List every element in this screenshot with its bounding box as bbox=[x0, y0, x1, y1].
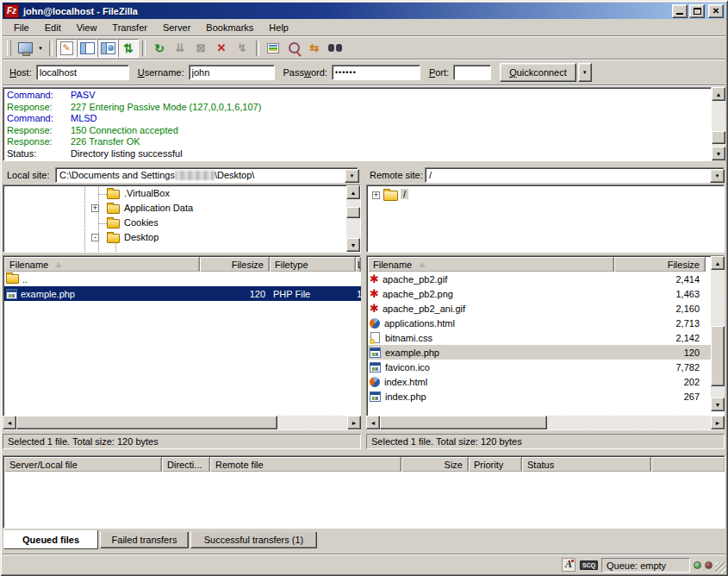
maximize-button[interactable] bbox=[689, 4, 705, 18]
process-queue-button[interactable]: ⇊ bbox=[170, 39, 190, 58]
remote-row[interactable]: favicon.ico7,782 bbox=[368, 360, 711, 374]
local-column-lastmodified[interactable]: L bbox=[356, 257, 361, 272]
port-input[interactable] bbox=[453, 65, 491, 80]
tree-item-root[interactable]: / bbox=[401, 189, 408, 199]
remote-vscroll-thumb[interactable] bbox=[711, 326, 725, 386]
resize-grip[interactable] bbox=[715, 562, 726, 573]
remote-row[interactable]: index.php267 bbox=[368, 389, 711, 404]
remote-row[interactable]: ✱apache_pb2.gif2,414 bbox=[368, 272, 711, 286]
toolbar-grip[interactable] bbox=[7, 41, 11, 56]
remote-vscroll-up[interactable]: ▲ bbox=[711, 256, 725, 270]
remote-site-combo-dropdown[interactable]: ▼ bbox=[710, 169, 725, 183]
menu-bookmarks[interactable]: Bookmarks bbox=[198, 21, 261, 34]
remote-vscroll-down[interactable]: ▼ bbox=[711, 398, 725, 411]
remote-row[interactable]: ✱apache_pb2.png1,463 bbox=[368, 286, 711, 301]
queue-column-size[interactable]: Size bbox=[401, 457, 469, 472]
local-tree-scroll-track[interactable] bbox=[346, 199, 360, 238]
queue-column-direction[interactable]: Directi... bbox=[162, 457, 210, 472]
toggle-local-tree-button[interactable] bbox=[77, 39, 97, 58]
data-type-indicator-icon[interactable]: A bbox=[562, 558, 576, 572]
collapse-minus-icon[interactable]: - bbox=[91, 234, 99, 241]
queue-column-filler bbox=[651, 457, 725, 472]
quickconnect-dropdown[interactable]: ▼ bbox=[578, 63, 592, 82]
expand-plus-icon[interactable]: + bbox=[372, 191, 380, 199]
local-site-combo-dropdown[interactable]: ▼ bbox=[345, 169, 359, 183]
local-tree-scroll-down[interactable]: ▼ bbox=[346, 238, 360, 252]
tab-successful-transfers[interactable]: Successful transfers (1) bbox=[190, 532, 317, 548]
filter-button[interactable] bbox=[263, 39, 283, 58]
menu-help[interactable]: Help bbox=[261, 21, 296, 34]
remote-hscroll-track[interactable] bbox=[547, 416, 711, 429]
toggle-remote-tree-button[interactable] bbox=[97, 39, 118, 58]
local-tree-scroll-up[interactable]: ▲ bbox=[346, 185, 360, 199]
expand-plus-icon[interactable]: + bbox=[91, 204, 99, 212]
site-manager-button[interactable] bbox=[15, 39, 35, 58]
queue-column-remote-file[interactable]: Remote file bbox=[210, 457, 401, 472]
queue-column-status[interactable]: Status bbox=[522, 457, 651, 472]
host-input[interactable] bbox=[36, 65, 129, 80]
remote-status-text: Selected 1 file. Total size: 120 bytes bbox=[366, 434, 725, 449]
tree-guide bbox=[115, 244, 116, 252]
local-column-filename[interactable]: Filename bbox=[4, 257, 200, 272]
remote-row-selected[interactable]: example.php120 bbox=[368, 345, 711, 360]
tab-failed-transfers[interactable]: Failed transfers bbox=[100, 532, 189, 548]
tree-item-virtualbox[interactable]: .VirtualBox bbox=[124, 188, 170, 198]
refresh-button[interactable]: ↻ bbox=[149, 39, 170, 58]
reconnect-icon: ↯ bbox=[238, 42, 247, 54]
local-row-parent-dir[interactable]: .. bbox=[4, 272, 361, 286]
ico-file-icon bbox=[370, 362, 381, 373]
menu-transfer[interactable]: Transfer bbox=[104, 21, 155, 34]
log-scroll-up[interactable]: ▲ bbox=[712, 87, 725, 101]
site-manager-dropdown[interactable]: ▼ bbox=[35, 40, 46, 57]
filezilla-app-icon[interactable]: Fz bbox=[4, 4, 19, 18]
menu-server[interactable]: Server bbox=[155, 21, 198, 34]
local-hscroll-track[interactable] bbox=[277, 416, 347, 429]
remote-column-filesize[interactable]: Filesize bbox=[614, 257, 706, 272]
log-scroll-thumb[interactable] bbox=[712, 131, 725, 144]
compare-button[interactable] bbox=[283, 39, 304, 58]
minimize-button[interactable] bbox=[672, 4, 688, 18]
remote-row[interactable]: applications.html2,713 bbox=[368, 316, 711, 330]
speed-limit-indicator-icon[interactable]: SCQ bbox=[580, 560, 598, 570]
queue-column-server-local-file[interactable]: Server/Local file bbox=[4, 457, 162, 472]
close-button[interactable]: ✕ bbox=[708, 4, 724, 18]
remote-row[interactable]: ✱apache_pb2_ani.gif2,160 bbox=[368, 301, 711, 316]
local-hscroll-right[interactable]: ► bbox=[347, 416, 361, 429]
menu-file[interactable]: File bbox=[6, 21, 37, 34]
cancel-button[interactable]: ⊠ bbox=[190, 39, 211, 58]
toggle-log-button[interactable]: ✎ bbox=[56, 39, 77, 58]
remote-site-combo[interactable]: / bbox=[425, 167, 725, 183]
remote-hscroll-left[interactable]: ◄ bbox=[366, 416, 380, 429]
log-scroll-down[interactable]: ▼ bbox=[712, 147, 725, 160]
password-input[interactable] bbox=[332, 65, 420, 80]
reconnect-button[interactable]: ↯ bbox=[232, 39, 252, 58]
find-button[interactable] bbox=[325, 39, 345, 58]
disconnect-button[interactable]: ✕ bbox=[211, 39, 232, 58]
tree-item-desktop[interactable]: Desktop bbox=[124, 232, 159, 242]
toggle-queue-button[interactable]: ⇅ bbox=[118, 39, 139, 58]
local-column-filesize[interactable]: Filesize bbox=[200, 257, 270, 272]
queue-column-priority[interactable]: Priority bbox=[469, 457, 522, 472]
tree-item-cookies[interactable]: Cookies bbox=[124, 217, 159, 228]
transfer-queue-pane: Server/Local file Directi... Remote file… bbox=[3, 455, 725, 529]
toolbar-separator bbox=[142, 41, 146, 56]
remote-hscroll-thumb[interactable] bbox=[380, 416, 547, 429]
tab-queued-files[interactable]: Queued files bbox=[3, 530, 98, 549]
quickconnect-button[interactable]: Quickconnect bbox=[500, 63, 576, 82]
local-column-filetype[interactable]: Filetype bbox=[270, 257, 356, 272]
menu-view[interactable]: View bbox=[69, 21, 105, 34]
local-hscroll-thumb[interactable] bbox=[16, 416, 277, 429]
local-hscroll-left[interactable]: ◄ bbox=[3, 416, 16, 429]
local-tree-scroll-thumb[interactable] bbox=[346, 207, 360, 218]
remote-column-filename[interactable]: Filename bbox=[368, 257, 614, 272]
tree-item-application-data[interactable]: Application Data bbox=[124, 203, 193, 213]
remote-row[interactable]: index.html202 bbox=[368, 374, 711, 389]
menu-edit[interactable]: Edit bbox=[37, 21, 69, 34]
local-row-example-php[interactable]: example.php 120 PHP File 1 bbox=[4, 286, 361, 301]
local-site-combo[interactable]: C:\Documents and Settings\Desktop\ bbox=[55, 167, 358, 183]
sync-browsing-button[interactable]: ⇆ bbox=[304, 39, 325, 58]
statusbar-divider bbox=[3, 554, 725, 555]
remote-hscroll-right[interactable]: ► bbox=[711, 416, 725, 429]
remote-row[interactable]: bitnami.css2,142 bbox=[368, 330, 711, 345]
username-input[interactable] bbox=[189, 65, 275, 80]
